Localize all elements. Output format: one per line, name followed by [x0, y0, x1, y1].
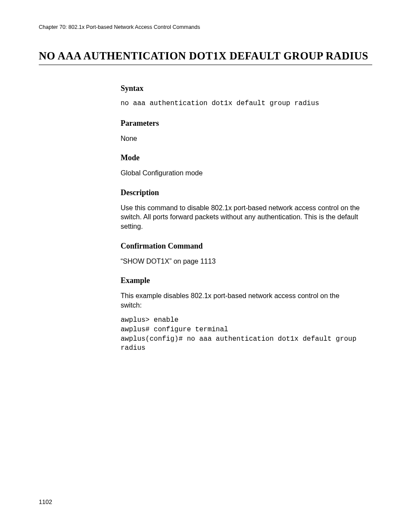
parameters-text: None — [121, 134, 362, 143]
syntax-code: no aaa authentication dot1x default grou… — [121, 99, 362, 109]
page-number: 1102 — [39, 498, 52, 505]
content-body: Syntax no aaa authentication dot1x defau… — [121, 84, 362, 353]
confirmation-text: “SHOW DOT1X” on page 1113 — [121, 257, 362, 266]
confirmation-heading: Confirmation Command — [121, 242, 362, 251]
running-header: Chapter 70: 802.1x Port-based Network Ac… — [39, 24, 372, 30]
mode-text: Global Configuration mode — [121, 168, 362, 178]
example-heading: Example — [121, 276, 362, 285]
example-code: awplus> enable awplus# configure termina… — [121, 316, 362, 353]
description-heading: Description — [121, 188, 362, 197]
parameters-heading: Parameters — [121, 119, 362, 128]
page-container: Chapter 70: 802.1x Port-based Network Ac… — [0, 0, 411, 532]
example-intro: This example disables 802.1x port-based … — [121, 291, 362, 310]
syntax-heading: Syntax — [121, 84, 362, 93]
mode-heading: Mode — [121, 153, 362, 162]
description-text: Use this command to disable 802.1x port-… — [121, 203, 362, 231]
page-title: NO AAA AUTHENTICATION DOT1X DEFAULT GROU… — [39, 50, 372, 65]
